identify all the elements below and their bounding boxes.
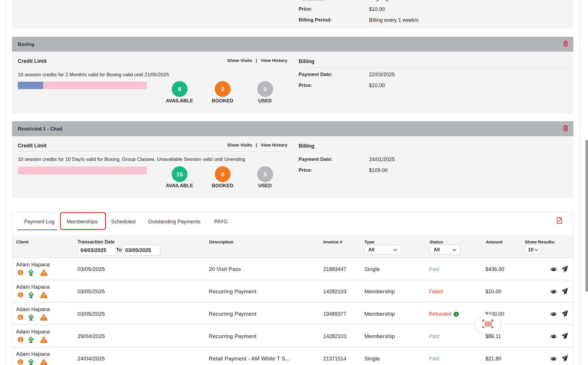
svg-text:i: i: [456, 312, 457, 317]
